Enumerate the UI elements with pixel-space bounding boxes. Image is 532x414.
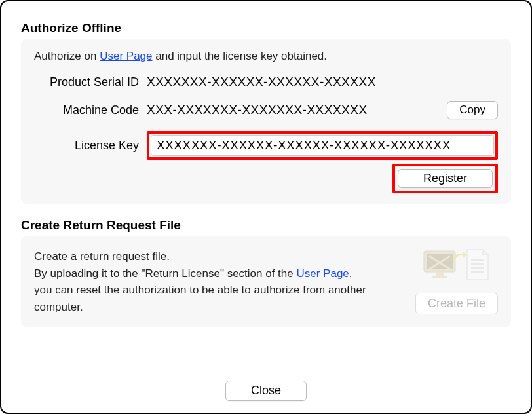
return-section: Create Return Request File Create a retu… xyxy=(21,218,511,327)
authorize-panel: Authorize on User Page and input the lic… xyxy=(21,39,511,204)
return-line2-prefix: By uploading it to the "Return License" … xyxy=(34,267,296,280)
dialog-footer: Close xyxy=(21,367,511,401)
register-highlight: Register xyxy=(392,164,498,193)
return-icon-group xyxy=(423,248,491,281)
machine-label: Machine Code xyxy=(34,104,139,117)
authorize-instruction: Authorize on User Page and input the lic… xyxy=(34,50,498,63)
license-input-highlight xyxy=(147,131,498,160)
return-description: Create a return request file. By uploadi… xyxy=(34,248,368,315)
return-line1: Create a return request file. xyxy=(34,250,170,263)
close-button[interactable]: Close xyxy=(225,381,307,401)
machine-value: XXX-XXXXXXX-XXXXXXX-XXXXXXX xyxy=(147,103,439,117)
license-row: License Key xyxy=(34,131,498,160)
instruction-suffix: and input the license key obtained. xyxy=(153,50,328,62)
machine-row: Machine Code XXX-XXXXXXX-XXXXXXX-XXXXXXX… xyxy=(34,101,498,119)
return-right-column: Create File xyxy=(415,248,498,314)
return-panel: Create a return request file. By uploadi… xyxy=(21,236,511,327)
license-label: License Key xyxy=(34,139,139,153)
return-user-page-link[interactable]: User Page xyxy=(296,267,349,280)
serial-label: Product Serial ID xyxy=(34,75,139,89)
return-title: Create Return Request File xyxy=(21,218,511,233)
svg-rect-5 xyxy=(432,276,447,278)
svg-rect-4 xyxy=(436,272,444,276)
register-row: Register xyxy=(34,164,498,193)
serial-row: Product Serial ID XXXXXXX-XXXXXX-XXXXXX-… xyxy=(34,75,498,89)
serial-value: XXXXXXX-XXXXXX-XXXXXX-XXXXXX xyxy=(147,75,498,89)
instruction-prefix: Authorize on xyxy=(34,50,100,62)
authorize-title: Authorize Offline xyxy=(21,21,511,35)
copy-button[interactable]: Copy xyxy=(447,101,498,119)
file-icon xyxy=(465,248,491,281)
register-button[interactable]: Register xyxy=(398,169,493,188)
create-file-button: Create File xyxy=(415,293,498,314)
license-key-input[interactable] xyxy=(151,135,494,156)
user-page-link[interactable]: User Page xyxy=(100,50,152,62)
authorize-section: Authorize Offline Authorize on User Page… xyxy=(21,21,511,218)
